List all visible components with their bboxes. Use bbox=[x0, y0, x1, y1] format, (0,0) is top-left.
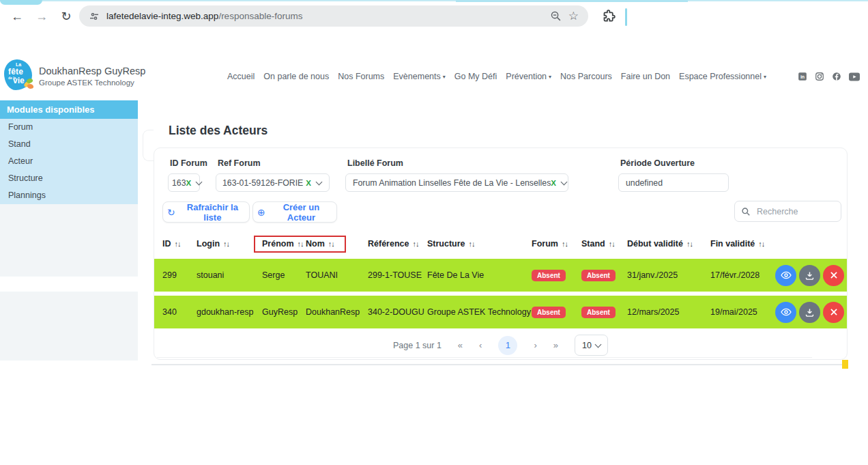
cell-id: 340 bbox=[162, 307, 197, 317]
column-header-stand[interactable]: Stand↑↓ bbox=[581, 239, 627, 249]
url-path: /responsable-forums bbox=[218, 11, 302, 21]
left-background-block bbox=[0, 204, 138, 277]
refresh-list-button[interactable]: ↻ Rafraîchir la liste bbox=[162, 201, 250, 223]
actors-card: ID Forum Ref Forum Libellé Forum Période… bbox=[154, 147, 848, 360]
sort-icon: ↑↓ bbox=[223, 240, 229, 248]
nav-item-go-my-defi[interactable]: Go My Défi bbox=[454, 72, 497, 81]
column-header-prenom[interactable]: Prénom↑↓ bbox=[262, 239, 306, 249]
ref-forum-select[interactable]: 163-01-59126-FORIE X bbox=[216, 173, 330, 192]
nav-item-evenements[interactable]: Evènements▾ bbox=[393, 72, 446, 81]
sort-icon: ↑↓ bbox=[609, 240, 615, 248]
facebook-icon[interactable] bbox=[832, 72, 841, 81]
instagram-icon[interactable] bbox=[815, 72, 824, 81]
cell-prenom: Serge bbox=[262, 270, 306, 280]
cell-id: 299 bbox=[162, 270, 197, 280]
search-input[interactable] bbox=[755, 206, 835, 217]
cell-reference: 299-1-TOUSE bbox=[368, 270, 427, 280]
cell-login: gdoukhan-resp bbox=[197, 307, 262, 317]
nav-item-on-parle-de-nous[interactable]: On parle de nous bbox=[263, 72, 329, 81]
sidebar-item-stand[interactable]: Stand bbox=[0, 136, 138, 153]
view-button[interactable] bbox=[775, 265, 796, 286]
sort-icon: ↑↓ bbox=[298, 240, 304, 248]
nav-item-nos-parcours[interactable]: Nos Parcours bbox=[560, 72, 612, 81]
sort-icon: ↑↓ bbox=[175, 240, 181, 248]
url-bar[interactable]: lafetedelavie-integ.web.app/responsable-… bbox=[79, 5, 588, 27]
download-button[interactable] bbox=[799, 302, 820, 323]
column-header-fin-validite[interactable]: Fin validité↑↓ bbox=[710, 239, 775, 249]
sort-icon: ↑↓ bbox=[686, 240, 693, 248]
zoom-out-icon[interactable] bbox=[550, 10, 562, 22]
clear-icon[interactable]: X bbox=[551, 179, 556, 187]
cell-nom: DoukhanResp bbox=[306, 307, 368, 317]
libelle-forum-select[interactable]: Forum Animation Linselles Fête de La Vie… bbox=[345, 173, 568, 192]
column-header-structure[interactable]: Structure↑↓ bbox=[427, 239, 532, 249]
site-settings-icon[interactable] bbox=[89, 11, 100, 22]
sidebar-item-plannings[interactable]: Plannings bbox=[0, 187, 138, 204]
svg-text:in: in bbox=[800, 74, 805, 79]
sidebar-item-acteur[interactable]: Acteur bbox=[0, 153, 138, 170]
search-icon bbox=[741, 207, 751, 216]
delete-button[interactable] bbox=[823, 302, 844, 323]
nav-item-nos-forums[interactable]: Nos Forums bbox=[338, 72, 384, 81]
previous-page-button[interactable]: ‹ bbox=[479, 340, 482, 350]
forum-status-badge: Absent bbox=[532, 270, 566, 281]
filter-label-id-forum: ID Forum bbox=[170, 158, 207, 168]
column-header-id[interactable]: ID↑↓ bbox=[162, 239, 197, 249]
sort-icon: ↑↓ bbox=[412, 240, 418, 248]
linkedin-icon[interactable]: in bbox=[798, 72, 807, 81]
plus-circle-icon: ⊕ bbox=[257, 207, 265, 218]
logo-leaf-orange bbox=[27, 83, 33, 89]
nav-item-espace-professionnel[interactable]: Espace Professionnel▾ bbox=[679, 72, 766, 81]
create-actor-button[interactable]: ⊕ Créer un Acteur bbox=[252, 201, 337, 223]
chevron-down-icon bbox=[595, 341, 602, 348]
nav-item-prevention[interactable]: Prévention▾ bbox=[506, 72, 551, 81]
column-header-debut-validite[interactable]: Début validité↑↓ bbox=[627, 239, 710, 249]
refresh-icon: ↻ bbox=[167, 207, 175, 218]
url-host: lafetedelavie-integ.web.app bbox=[106, 11, 218, 21]
reload-button[interactable]: ↻ bbox=[57, 8, 75, 25]
sidebar-item-forum[interactable]: Forum bbox=[0, 119, 138, 136]
first-page-button[interactable]: « bbox=[458, 340, 463, 350]
page-title: Liste des Acteurs bbox=[169, 124, 267, 138]
page-size-select[interactable]: 10 bbox=[575, 335, 608, 356]
cell-debut-validite: 31/janv./2025 bbox=[627, 270, 710, 280]
cell-structure: Groupe ASTEK Technology bbox=[427, 307, 532, 317]
youtube-icon[interactable] bbox=[849, 72, 860, 81]
next-page-button[interactable]: › bbox=[534, 340, 536, 350]
column-header-login[interactable]: Login↑↓ bbox=[197, 239, 262, 249]
panel-edge bbox=[143, 130, 154, 161]
id-forum-select[interactable]: 163 X bbox=[168, 173, 200, 192]
clear-icon[interactable]: X bbox=[306, 179, 311, 187]
table-header: ID↑↓ Login↑↓ Prénom↑↓ Nom↑↓ Référence↑↓ … bbox=[154, 233, 847, 255]
column-header-nom[interactable]: Nom↑↓ bbox=[306, 239, 368, 249]
nav-item-faire-un-don[interactable]: Faire un Don bbox=[621, 72, 670, 81]
sort-icon: ↑↓ bbox=[469, 240, 475, 248]
bookmark-star-icon[interactable]: ☆ bbox=[568, 9, 579, 23]
back-button[interactable]: ← bbox=[8, 8, 26, 25]
cell-reference: 340-2-DOUGU bbox=[368, 307, 427, 317]
current-page-button[interactable]: 1 bbox=[498, 336, 517, 355]
periode-ouverture-field[interactable]: undefined bbox=[618, 173, 729, 192]
cell-fin-validite: 17/févr./2028 bbox=[710, 270, 775, 280]
sort-icon: ↑↓ bbox=[562, 240, 568, 248]
table-row[interactable]: 299 stouani Serge TOUANI 299-1-TOUSE Fêt… bbox=[154, 259, 847, 292]
main-nav: Accueil On parle de nous Nos Forums Evèn… bbox=[227, 72, 766, 81]
cell-debut-validite: 12/mars/2025 bbox=[627, 307, 710, 317]
extensions-icon[interactable] bbox=[602, 9, 616, 23]
site-logo[interactable]: La fête de la vie bbox=[4, 59, 32, 90]
download-button[interactable] bbox=[799, 265, 820, 286]
sort-icon: ↑↓ bbox=[758, 240, 764, 248]
logo-text-fete: fête bbox=[8, 67, 23, 76]
nav-item-accueil[interactable]: Accueil bbox=[227, 72, 255, 81]
column-header-forum[interactable]: Forum↑↓ bbox=[532, 239, 581, 249]
filter-label-periode-ouverture: Période Ouverture bbox=[620, 158, 695, 168]
forward-button[interactable]: → bbox=[33, 8, 50, 25]
delete-button[interactable] bbox=[823, 265, 844, 286]
last-page-button[interactable]: » bbox=[553, 340, 558, 350]
sidebar-item-structure[interactable]: Structure bbox=[0, 170, 138, 187]
column-header-reference[interactable]: Référence↑↓ bbox=[368, 239, 427, 249]
view-button[interactable] bbox=[775, 302, 796, 323]
clear-icon[interactable]: X bbox=[186, 179, 192, 187]
table-row[interactable]: 340 gdoukhan-resp GuyResp DoukhanResp 34… bbox=[154, 296, 847, 328]
tab-strip-highlight bbox=[456, 0, 688, 2]
